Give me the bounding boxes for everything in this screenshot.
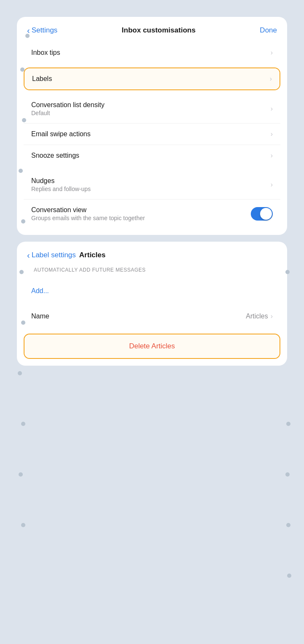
conversation-view-content: Conversation view Groups emails with the… xyxy=(31,206,145,221)
snooze-settings-chevron-icon: › xyxy=(271,152,273,159)
email-swipe-actions-label: Email swipe actions xyxy=(31,130,91,138)
delete-button-wrapper: Delete Articles xyxy=(17,334,287,366)
conversation-view-toggle[interactable] xyxy=(251,207,273,221)
conversation-list-density-content: Conversation list density Default xyxy=(31,101,104,116)
name-value-group: Articles › xyxy=(246,313,273,320)
labels-label: Labels xyxy=(32,75,52,83)
back-label: Settings xyxy=(32,26,57,35)
conversation-view-item[interactable]: Conversation view Groups emails with the… xyxy=(24,199,280,228)
add-label: Add... xyxy=(31,287,49,294)
delete-button-highlighted: Delete Articles xyxy=(24,334,280,359)
snooze-settings-item[interactable]: Snooze settings › xyxy=(24,145,280,166)
label-nav-header: ‹ Label settings Articles xyxy=(17,242,287,267)
done-button[interactable]: Done xyxy=(260,26,277,35)
email-swipe-actions-chevron-icon: › xyxy=(271,130,273,138)
inbox-tips-card: Inbox tips › xyxy=(24,42,280,63)
name-value: Articles xyxy=(246,313,268,320)
conversation-view-subtitle: Groups emails with the same topic togeth… xyxy=(31,215,145,221)
top-section-group: Inbox tips › Labels › Conversation list … xyxy=(17,42,287,235)
snooze-settings-label: Snooze settings xyxy=(31,152,79,159)
conversation-list-density-item[interactable]: Conversation list density Default › xyxy=(24,94,280,124)
conversation-list-density-subtitle: Default xyxy=(31,110,104,116)
settings-back-button[interactable]: ‹ Settings xyxy=(27,26,57,35)
delete-articles-button[interactable]: Delete Articles xyxy=(24,334,280,358)
labels-chevron-icon: › xyxy=(270,75,272,83)
page-title: Inbox customisations xyxy=(122,26,195,35)
inbox-tips-chevron-icon: › xyxy=(271,49,273,57)
inbox-tips-item[interactable]: Inbox tips › xyxy=(24,42,280,63)
inbox-customisations-card: ‹ Settings Inbox customisations Done Inb… xyxy=(17,17,287,235)
conversation-view-title: Conversation view xyxy=(31,206,145,214)
label-auto-section: AUTOMATICALLY ADD FUTURE MESSAGES Add...… xyxy=(17,267,287,334)
name-chevron-icon: › xyxy=(271,313,273,320)
auto-add-section-label: AUTOMATICALLY ADD FUTURE MESSAGES xyxy=(24,267,280,276)
conversation-list-density-title: Conversation list density xyxy=(31,101,104,109)
middle-section-card: Conversation list density Default › Emai… xyxy=(24,94,280,166)
name-item[interactable]: Name Articles › xyxy=(24,306,280,327)
toggle-knob xyxy=(260,208,272,220)
label-settings-card: ‹ Label settings Articles AUTOMATICALLY … xyxy=(17,242,287,366)
nav-header: ‹ Settings Inbox customisations Done xyxy=(17,17,287,42)
articles-page-title: Articles xyxy=(79,251,106,259)
label-settings-back-label: Label settings xyxy=(32,251,76,259)
nudges-content: Nudges Replies and follow-ups xyxy=(31,177,91,192)
conversation-list-density-chevron-icon: › xyxy=(271,105,273,113)
back-chevron-icon: ‹ xyxy=(27,26,30,35)
labels-item[interactable]: Labels › xyxy=(24,68,280,89)
bottom-section-card: Nudges Replies and follow-ups › Conversa… xyxy=(24,170,280,228)
nudges-subtitle: Replies and follow-ups xyxy=(31,186,91,192)
nudges-item[interactable]: Nudges Replies and follow-ups › xyxy=(24,170,280,199)
inbox-tips-label: Inbox tips xyxy=(31,49,60,57)
name-label: Name xyxy=(31,313,49,320)
nudges-chevron-icon: › xyxy=(271,181,273,189)
nudges-title: Nudges xyxy=(31,177,91,185)
email-swipe-actions-item[interactable]: Email swipe actions › xyxy=(24,124,280,145)
labels-highlighted-wrapper: Labels › xyxy=(24,67,280,90)
delete-articles-label: Delete Articles xyxy=(129,342,175,350)
add-item[interactable]: Add... xyxy=(24,280,280,302)
label-back-chevron-icon: ‹ xyxy=(27,251,30,259)
label-settings-back-button[interactable]: ‹ Label settings xyxy=(27,251,76,259)
